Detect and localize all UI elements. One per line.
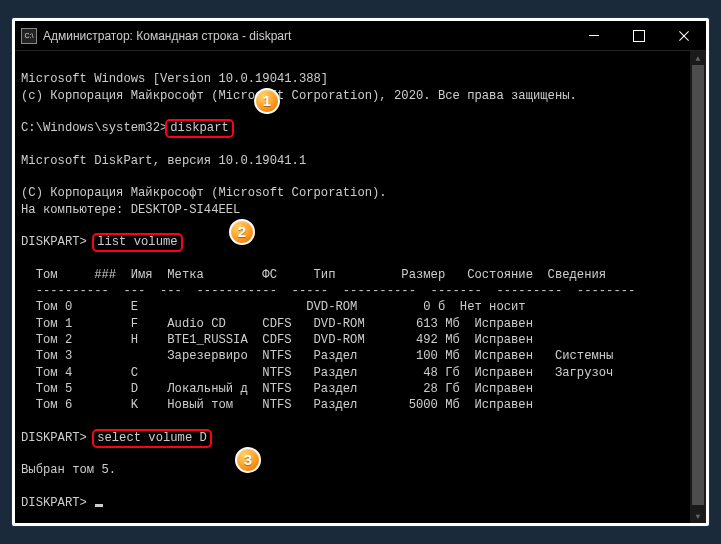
annotation-badge-1: 1 — [254, 88, 280, 114]
close-button[interactable] — [661, 21, 706, 50]
prompt-3: DISKPART> — [21, 431, 87, 445]
line-result: Выбран том 5. — [21, 463, 116, 477]
minimize-button[interactable] — [571, 21, 616, 50]
titlebar[interactable]: C:\ Администратор: Командная строка - di… — [15, 21, 706, 51]
table-row: Том 3 Зарезервиро NTFS Раздел 100 Мб Исп… — [21, 349, 613, 363]
annotation-badge-2: 2 — [229, 219, 255, 245]
cmd-icon: C:\ — [21, 28, 37, 44]
table-row: Том 1 F Audio CD CDFS DVD-ROM 613 Мб Исп… — [21, 317, 533, 331]
cmd-selectvolume-highlight: select volume D — [92, 429, 212, 448]
terminal-output[interactable]: Microsoft Windows [Version 10.0.19041.38… — [15, 51, 706, 544]
table-header: Том ### Имя Метка ФС Тип Размер Состояни… — [21, 268, 606, 282]
line-winver: Microsoft Windows [Version 10.0.19041.38… — [21, 72, 328, 86]
scroll-up-icon[interactable]: ▲ — [690, 51, 706, 65]
cmd-listvolume: list volume — [97, 235, 177, 249]
table-divider: ---------- --- --- ----------- ----- ---… — [21, 284, 635, 298]
table-row: Том 6 K Новый том NTFS Раздел 5000 Мб Ис… — [21, 398, 533, 412]
scroll-down-icon[interactable]: ▼ — [690, 509, 706, 523]
window-title: Администратор: Командная строка - diskpa… — [43, 29, 291, 43]
table-row: Том 4 C NTFS Раздел 48 Гб Исправен Загру… — [21, 366, 613, 380]
cmd-listvolume-highlight: list volume — [92, 233, 182, 252]
maximize-button[interactable] — [616, 21, 661, 50]
annotation-badge-3: 3 — [235, 447, 261, 473]
prompt-2: DISKPART> — [21, 235, 87, 249]
line-dpcomputer: На компьютере: DESKTOP-SI44EEL — [21, 203, 240, 217]
prompt-1: C:\Windows\system32> — [21, 121, 167, 135]
table-row: Том 5 D Локальный д NTFS Раздел 28 Гб Ис… — [21, 382, 533, 396]
cmd-selectvolume: select volume D — [97, 431, 207, 445]
line-dpcopy: (C) Корпорация Майкрософт (Microsoft Cor… — [21, 186, 387, 200]
table-row: Том 2 H BTE1_RUSSIA CDFS DVD-ROM 492 Мб … — [21, 333, 533, 347]
line-copyright: (c) Корпорация Майкрософт (Microsoft Cor… — [21, 89, 577, 103]
cursor — [95, 504, 103, 507]
cmd-window: C:\ Администратор: Командная строка - di… — [12, 18, 709, 526]
cmd-diskpart: diskpart — [170, 121, 229, 135]
cmd-diskpart-highlight: diskpart — [165, 119, 234, 138]
prompt-final: DISKPART> — [21, 496, 94, 510]
line-dpver: Microsoft DiskPart, версия 10.0.19041.1 — [21, 154, 306, 168]
table-row: Том 0 E DVD-ROM 0 б Нет носит — [21, 300, 526, 314]
scrollbar[interactable]: ▲ ▼ — [690, 51, 706, 523]
window-controls — [571, 21, 706, 50]
scrollbar-thumb[interactable] — [692, 65, 704, 505]
